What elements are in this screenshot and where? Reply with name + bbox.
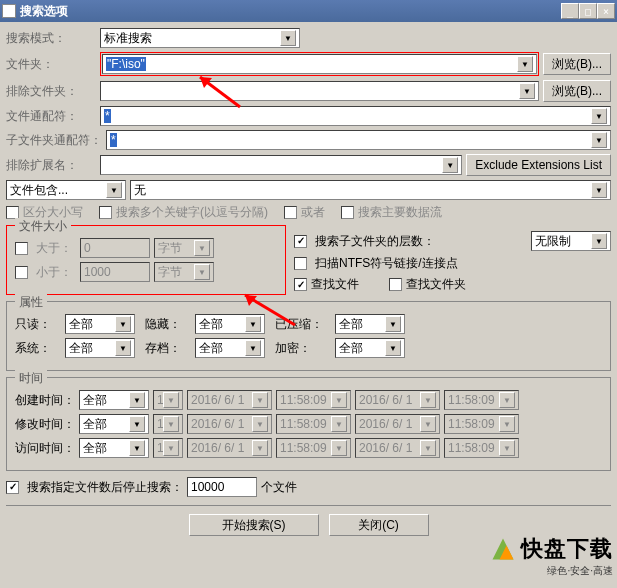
chevron-down-icon: ▼ xyxy=(519,83,535,99)
exclude-folder-label: 排除文件夹： xyxy=(6,83,96,100)
mtime-date1: 2016/ 6/ 1▼ xyxy=(187,414,272,434)
archive-select[interactable]: 全部▼ xyxy=(195,338,265,358)
less-unit-select: 字节▼ xyxy=(154,262,214,282)
chevron-down-icon: ▼ xyxy=(591,132,607,148)
search-depth-checkbox[interactable] xyxy=(294,235,307,248)
mtime-n: 1▼ xyxy=(153,414,183,434)
chevron-down-icon: ▼ xyxy=(442,157,458,173)
ctime-n: 1▼ xyxy=(153,390,183,410)
chevron-down-icon: ▼ xyxy=(591,182,607,198)
greater-value-input: 0 xyxy=(80,238,150,258)
chevron-down-icon: ▼ xyxy=(106,182,122,198)
time-group-title: 时间 xyxy=(15,370,47,387)
contains-value-select[interactable]: 无 ▼ xyxy=(130,180,611,200)
atime-mode[interactable]: 全部▼ xyxy=(79,438,149,458)
mtime-time1: 11:58:09▼ xyxy=(276,414,351,434)
atime-time2: 11:58:09▼ xyxy=(444,438,519,458)
ctime-time1: 11:58:09▼ xyxy=(276,390,351,410)
browse-exclude-button[interactable]: 浏览(B)... xyxy=(543,80,611,102)
atime-date2: 2016/ 6/ 1▼ xyxy=(355,438,440,458)
main-stream-checkbox[interactable]: 搜索主要数据流 xyxy=(341,204,442,221)
system-select[interactable]: 全部▼ xyxy=(65,338,135,358)
mtime-date2: 2016/ 6/ 1▼ xyxy=(355,414,440,434)
greater-unit-select: 字节▼ xyxy=(154,238,214,258)
mtime-time2: 11:58:09▼ xyxy=(444,414,519,434)
depth-select[interactable]: 无限制▼ xyxy=(531,231,611,251)
file-size-group-title: 文件大小 xyxy=(15,218,71,235)
greater-checkbox[interactable] xyxy=(15,242,28,255)
exclude-folder-input[interactable]: ▼ xyxy=(100,81,539,101)
close-button[interactable]: × xyxy=(597,3,615,19)
exclude-ext-label: 排除扩展名： xyxy=(6,157,96,174)
hidden-select[interactable]: 全部▼ xyxy=(195,314,265,334)
less-checkbox[interactable] xyxy=(15,266,28,279)
subfolder-wildcard-input[interactable]: * ▼ xyxy=(106,130,611,150)
attributes-group-title: 属性 xyxy=(15,294,47,311)
browse-folder-button[interactable]: 浏览(B)... xyxy=(543,53,611,75)
stop-count-input[interactable]: 10000 xyxy=(187,477,257,497)
atime-time1: 11:58:09▼ xyxy=(276,438,351,458)
multi-keyword-checkbox[interactable]: 搜索多个关键字(以逗号分隔) xyxy=(99,204,268,221)
exclude-ext-input[interactable]: ▼ xyxy=(100,155,462,175)
ctime-date2: 2016/ 6/ 1▼ xyxy=(355,390,440,410)
ctime-mode[interactable]: 全部▼ xyxy=(79,390,149,410)
exclude-ext-list-button[interactable]: Exclude Extensions List xyxy=(466,154,611,176)
folder-label: 文件夹： xyxy=(6,56,96,73)
atime-n: 1▼ xyxy=(153,438,183,458)
less-value-input: 1000 xyxy=(80,262,150,282)
subfolder-wildcard-label: 子文件夹通配符： xyxy=(6,132,102,149)
chevron-down-icon: ▼ xyxy=(591,108,607,124)
or-checkbox[interactable]: 或者 xyxy=(284,204,325,221)
svg-marker-5 xyxy=(500,546,514,560)
file-contains-select[interactable]: 文件包含... ▼ xyxy=(6,180,126,200)
app-icon xyxy=(2,4,16,18)
scan-ntfs-checkbox[interactable] xyxy=(294,257,307,270)
compressed-select[interactable]: 全部▼ xyxy=(335,314,405,334)
file-wildcard-label: 文件通配符： xyxy=(6,108,96,125)
maximize-button[interactable]: □ xyxy=(579,3,597,19)
encrypted-select[interactable]: 全部▼ xyxy=(335,338,405,358)
start-search-button[interactable]: 开始搜索(S) xyxy=(189,514,319,536)
ctime-date1: 2016/ 6/ 1▼ xyxy=(187,390,272,410)
file-wildcard-input[interactable]: * ▼ xyxy=(100,106,611,126)
mtime-mode[interactable]: 全部▼ xyxy=(79,414,149,434)
find-files-checkbox[interactable]: 查找文件 xyxy=(294,276,359,293)
search-mode-select[interactable]: 标准搜索 ▼ xyxy=(100,28,300,48)
chevron-down-icon: ▼ xyxy=(517,56,533,72)
stop-after-checkbox[interactable] xyxy=(6,481,19,494)
atime-date1: 2016/ 6/ 1▼ xyxy=(187,438,272,458)
minimize-button[interactable]: _ xyxy=(561,3,579,19)
find-folders-checkbox[interactable]: 查找文件夹 xyxy=(389,276,466,293)
folder-input[interactable]: "F:\iso" ▼ xyxy=(102,54,537,74)
readonly-select[interactable]: 全部▼ xyxy=(65,314,135,334)
chevron-down-icon: ▼ xyxy=(280,30,296,46)
window-title: 搜索选项 xyxy=(20,3,561,20)
search-mode-label: 搜索模式： xyxy=(6,30,96,47)
ctime-time2: 11:58:09▼ xyxy=(444,390,519,410)
close-dialog-button[interactable]: 关闭(C) xyxy=(329,514,429,536)
